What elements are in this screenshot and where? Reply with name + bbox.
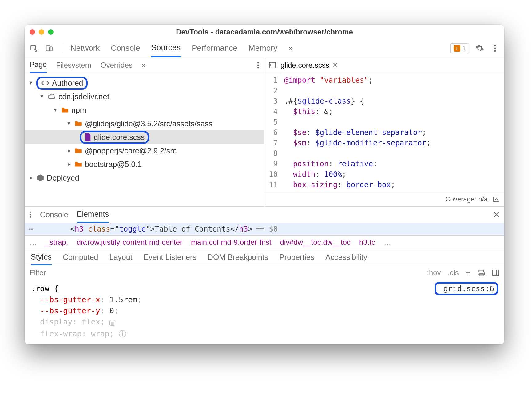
dom-breadcrumb[interactable]: … _strap. div.row.justify-content-md-cen… xyxy=(25,236,504,249)
toggle-navigator-icon[interactable] xyxy=(269,62,276,69)
tree-npm-label: npm xyxy=(71,106,86,115)
navtab-overrides[interactable]: Overrides xyxy=(101,58,133,73)
tree-deployed-label: Deployed xyxy=(47,173,79,182)
navtab-more[interactable]: » xyxy=(142,58,146,73)
tab-event-listeners[interactable]: Event Listeners xyxy=(144,253,197,262)
drawer-menu-icon[interactable] xyxy=(29,211,31,218)
line-gutter: 1234567891011 xyxy=(264,73,281,192)
dom-selected-element[interactable]: ⋯ <h3 class="toggle">Table of Contents</… xyxy=(25,223,504,236)
tab-memory[interactable]: Memory xyxy=(248,40,277,57)
navigator-pane: Page Filesystem Overrides » ▼ Authored xyxy=(25,57,264,206)
tab-console[interactable]: Console xyxy=(111,40,140,57)
new-rule-icon[interactable]: + xyxy=(466,268,470,278)
svg-point-8 xyxy=(257,67,259,68)
tree-glide-file[interactable]: glide.core.scss xyxy=(25,130,264,144)
coverage-bar: Coverage: n/a xyxy=(264,192,504,206)
tree-bootstrap[interactable]: ▼ bootstrap@5.0.1 xyxy=(25,157,264,171)
tabs-overflow[interactable]: » xyxy=(288,40,293,57)
tree-glide-folder[interactable]: ▼ @glidejs/glide@3.5.2/src/assets/sass xyxy=(25,117,264,130)
styles-rule[interactable]: _grid.scss:6 .row { --bs-gutter-x: 1.5re… xyxy=(25,280,504,344)
devtools-window: DevTools - datacadamia.com/web/browser/c… xyxy=(25,25,504,344)
tab-styles[interactable]: Styles xyxy=(31,249,52,265)
navigator-menu-icon[interactable] xyxy=(257,62,259,69)
editor-pane: glide.core.scss ✕ 1234567891011 @import … xyxy=(264,57,504,206)
crumb-item[interactable]: div#dw__toc.dw__toc xyxy=(280,238,350,247)
code-icon xyxy=(41,80,50,86)
tree-bootstrap-label: bootstrap@5.0.1 xyxy=(85,160,142,169)
issues-count: 1 xyxy=(462,44,466,52)
tree-glide-path-label: @glidejs/glide@3.5.2/src/assets/sass xyxy=(85,119,212,128)
tree-cdn-label: cdn.jsdelivr.net xyxy=(58,92,109,101)
inspect-element-icon[interactable] xyxy=(29,43,39,53)
main-toolbar: Network Console Sources Performance Memo… xyxy=(25,39,504,57)
svg-point-13 xyxy=(30,216,31,218)
info-icon[interactable]: ⓘ xyxy=(119,329,126,338)
tree-authored-label: Authored xyxy=(52,79,83,88)
svg-rect-10 xyxy=(494,197,499,202)
navtab-filesystem[interactable]: Filesystem xyxy=(56,58,91,73)
tree-npm[interactable]: ▼ npm xyxy=(25,103,264,117)
tree-popper[interactable]: ▼ @popperjs/core@2.9.2/src xyxy=(25,144,264,157)
drawer-tab-elements[interactable]: Elements xyxy=(77,207,109,223)
tab-performance[interactable]: Performance xyxy=(192,40,237,57)
cls-toggle[interactable]: .cls xyxy=(448,268,459,277)
svg-rect-17 xyxy=(493,270,499,276)
cloud-icon xyxy=(47,93,56,100)
svg-rect-2 xyxy=(49,47,52,51)
styles-filter-input[interactable] xyxy=(30,268,427,277)
code-editor[interactable]: 1234567891011 @import "variables"; .#{$g… xyxy=(264,73,504,192)
navtab-page[interactable]: Page xyxy=(30,57,47,73)
code-content: @import "variables"; .#{$glide-class} { … xyxy=(281,73,434,192)
device-toggle-icon[interactable] xyxy=(44,43,54,53)
tree-cdn[interactable]: ▼ cdn.jsdelivr.net xyxy=(25,90,264,103)
coverage-label: Coverage: n/a xyxy=(445,195,488,203)
tab-dom-breakpoints[interactable]: DOM Breakpoints xyxy=(208,253,268,262)
styles-filter-row: :hov .cls + xyxy=(25,265,504,280)
scss-file-icon xyxy=(85,133,91,141)
tab-network[interactable]: Network xyxy=(70,40,100,57)
source-link[interactable]: _grid.scss:6 xyxy=(435,283,498,294)
window-title: DevTools - datacadamia.com/web/browser/c… xyxy=(25,28,504,36)
hov-toggle[interactable]: :hov xyxy=(427,268,441,277)
tab-computed[interactable]: Computed xyxy=(63,253,98,262)
editor-tab-glide[interactable]: glide.core.scss ✕ xyxy=(280,61,338,70)
drawer-tabs: Console Elements ✕ xyxy=(25,206,504,223)
svg-point-11 xyxy=(30,212,31,213)
tab-properties[interactable]: Properties xyxy=(279,253,314,262)
tab-accessibility[interactable]: Accessibility xyxy=(325,253,367,262)
settings-icon[interactable] xyxy=(475,43,485,53)
svg-point-12 xyxy=(30,214,31,216)
file-tree: ▼ Authored ▼ cdn.jsdelivr.net xyxy=(25,73,264,189)
svg-point-5 xyxy=(494,50,496,52)
crumb-item[interactable]: h3.tc xyxy=(359,238,375,247)
print-icon[interactable] xyxy=(477,269,485,276)
tree-authored[interactable]: ▼ Authored xyxy=(25,76,264,90)
crumb-item[interactable]: main.col-md-9.order-first xyxy=(191,238,271,247)
cube-icon xyxy=(36,174,44,182)
svg-point-3 xyxy=(494,45,496,46)
crumb-item[interactable]: div.row.justify-content-md-center xyxy=(77,238,182,247)
svg-rect-9 xyxy=(269,62,276,68)
svg-rect-1 xyxy=(46,46,50,51)
close-drawer-icon[interactable]: ✕ xyxy=(493,210,500,220)
issues-badge[interactable]: ! 1 xyxy=(450,43,469,53)
folder-icon xyxy=(74,121,82,127)
sidebar-toggle-icon[interactable] xyxy=(492,269,499,276)
sources-split: Page Filesystem Overrides » ▼ Authored xyxy=(25,57,504,206)
styles-tabs: Styles Computed Layout Event Listeners D… xyxy=(25,249,504,265)
folder-icon xyxy=(74,161,82,167)
collapse-icon[interactable] xyxy=(493,196,500,203)
svg-point-6 xyxy=(257,62,259,63)
flex-badge-icon[interactable]: ▦ xyxy=(109,320,115,326)
svg-point-4 xyxy=(494,47,496,49)
kebab-menu-icon[interactable] xyxy=(490,43,500,53)
tab-sources[interactable]: Sources xyxy=(151,39,181,57)
drawer-tab-console[interactable]: Console xyxy=(40,207,68,222)
panel-tabs: Network Console Sources Performance Memo… xyxy=(70,39,445,57)
close-tab-icon[interactable]: ✕ xyxy=(332,61,338,69)
crumb-item[interactable]: _strap. xyxy=(46,238,68,247)
tab-layout[interactable]: Layout xyxy=(109,253,132,262)
tree-glide-file-label: glide.core.scss xyxy=(94,133,145,142)
folder-icon xyxy=(74,148,82,154)
tree-deployed[interactable]: ▼ Deployed xyxy=(25,171,264,185)
